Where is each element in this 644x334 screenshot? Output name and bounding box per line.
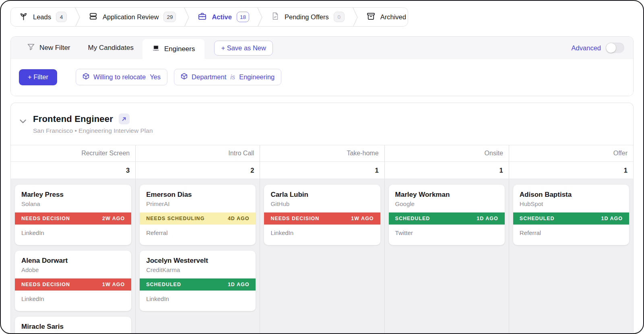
add-filter-button[interactable]: + Filter [19, 69, 57, 85]
candidate-name: Marley Press [15, 185, 131, 199]
candidate-source: Referral [513, 225, 629, 242]
status-label: NEEDS SCHEDULING [146, 216, 204, 221]
candidate-source: LinkedIn [264, 225, 380, 242]
candidate-company: GitHub [264, 199, 380, 207]
stage-count-badge: 18 [237, 12, 249, 22]
pipeline-stage-bar: Leads 4 Application Review 29 [10, 7, 408, 27]
laptop-icon [152, 45, 160, 54]
candidate-name: Miracle Saris [15, 317, 131, 331]
candidate-card[interactable]: Jocelyn Westervelt CreditKarma SCHEDULED… [140, 251, 256, 311]
candidate-card[interactable]: Marley Workman Google SCHEDULED 1D AGO T… [389, 185, 505, 245]
candidate-card[interactable]: Miracle Saris [15, 317, 131, 334]
status-badge: NEEDS DECISION 2W AGO [15, 212, 131, 225]
toggle-knob [606, 43, 616, 53]
filter-chip-department[interactable]: Department is Engineering [174, 69, 281, 85]
stage-separator-chevron [353, 8, 358, 27]
column-header: Take-home [260, 145, 384, 161]
pipeline-stage-archived[interactable]: Archived 124 [358, 8, 408, 26]
status-time: 1W AGO [102, 282, 125, 287]
column-count: 1 [260, 162, 384, 179]
candidate-source: LinkedIn [140, 291, 256, 308]
candidate-name: Carla Lubin [264, 185, 380, 199]
candidate-name: Jocelyn Westervelt [140, 251, 256, 265]
chevron-down-icon[interactable] [18, 116, 28, 126]
candidate-company: Solana [15, 199, 131, 207]
candidate-card[interactable]: Carla Lubin GitHub NEEDS DECISION 1W AGO… [264, 185, 380, 245]
stage-label: Active [212, 13, 232, 21]
funnel-icon [27, 43, 35, 53]
save-as-new-button[interactable]: + Save as New [214, 41, 272, 56]
lane-offer: Adison Baptista HubSpot SCHEDULED 1D AGO… [509, 179, 633, 334]
stage-label: Archived [380, 13, 406, 21]
tab-label: My Candidates [88, 44, 134, 52]
candidate-name: Alena Dorwart [15, 251, 131, 265]
status-time: 1D AGO [228, 282, 249, 287]
pipeline-stage-active[interactable]: Active 18 [190, 8, 257, 26]
tab-engineers[interactable]: Engineers [142, 39, 205, 59]
tab-label: New Filter [39, 44, 70, 52]
job-title: Frontend Engineer [33, 114, 113, 124]
candidate-company: HubSpot [513, 199, 629, 207]
stage-separator-chevron [257, 8, 263, 27]
pipeline-stage-leads[interactable]: Leads 4 [11, 8, 75, 26]
column-count: 1 [509, 162, 633, 179]
status-label: NEEDS DECISION [21, 282, 70, 287]
stack-icon [89, 12, 98, 23]
tab-label: Engineers [164, 45, 195, 53]
stage-label: Application Review [103, 13, 159, 21]
candidate-card[interactable]: Marley Press Solana NEEDS DECISION 2W AG… [15, 185, 131, 245]
stage-count-badge: 0 [334, 12, 345, 22]
stage-separator-chevron [75, 8, 80, 27]
lane-take-home: Carla Lubin GitHub NEEDS DECISION 1W AGO… [260, 179, 384, 334]
sprout-icon [19, 12, 28, 23]
tab-my-candidates[interactable]: My Candidates [79, 37, 142, 59]
status-badge: SCHEDULED 1D AGO [389, 212, 505, 225]
candidate-card[interactable]: Alena Dorwart Adobe NEEDS DECISION 1W AG… [15, 251, 131, 311]
candidate-name: Marley Workman [389, 185, 505, 199]
lane-intro-call: Emerson Dias PrimerAI NEEDS SCHEDULING 4… [135, 179, 260, 334]
filter-chips-row: + Filter Willing to relocate Yes [11, 59, 633, 96]
pipeline-stage-pending-offers[interactable]: Pending Offers 0 [263, 8, 353, 26]
status-time: 1D AGO [601, 216, 623, 221]
tab-new-filter[interactable]: New Filter [18, 37, 79, 59]
advanced-label: Advanced [572, 44, 601, 52]
chip-field: Willing to relocate [93, 73, 146, 81]
candidate-company: Adobe [15, 265, 131, 273]
app-window: Leads 4 Application Review 29 [0, 0, 644, 334]
filter-tabs-row: New Filter My Candidates Engineers + Sav… [11, 37, 633, 59]
stage-count-badge: 29 [163, 12, 176, 22]
status-badge: NEEDS SCHEDULING 4D AGO [140, 212, 256, 225]
status-label: SCHEDULED [520, 216, 555, 221]
cube-icon [83, 73, 89, 81]
stage-label: Pending Offers [285, 13, 329, 21]
status-time: 2W AGO [102, 216, 125, 221]
lane-onsite: Marley Workman Google SCHEDULED 1D AGO T… [384, 179, 509, 334]
advanced-toggle[interactable] [606, 43, 624, 53]
candidate-source: Referral [140, 225, 256, 242]
status-badge: NEEDS DECISION 1W AGO [264, 212, 380, 225]
status-badge: NEEDS DECISION 1W AGO [15, 278, 131, 291]
job-meta: Frontend Engineer San Francisco • Engine… [33, 113, 153, 145]
pipeline-stage-application-review[interactable]: Application Review 29 [80, 8, 184, 26]
archive-icon [366, 12, 376, 23]
candidate-company: CreditKarma [140, 265, 256, 273]
briefcase-icon [198, 12, 207, 23]
column-header: Intro Call [135, 145, 260, 161]
job-board-panel: Frontend Engineer San Francisco • Engine… [10, 103, 634, 334]
candidate-company: PrimerAI [140, 199, 256, 207]
advanced-toggle-group: Advanced [572, 43, 624, 53]
candidate-source: LinkedIn [15, 225, 131, 242]
column-count-row: 3 2 1 1 1 [11, 162, 633, 179]
candidate-card[interactable]: Emerson Dias PrimerAI NEEDS SCHEDULING 4… [140, 185, 256, 245]
external-link-button[interactable] [119, 113, 130, 124]
chip-field: Department [192, 73, 226, 81]
status-label: SCHEDULED [146, 282, 181, 287]
job-subtitle: San Francisco • Engineering Interview Pl… [33, 127, 153, 134]
column-count: 1 [384, 162, 509, 179]
filter-chip-willing-to-relocate[interactable]: Willing to relocate Yes [76, 69, 167, 85]
document-icon [271, 12, 280, 22]
candidate-card[interactable]: Adison Baptista HubSpot SCHEDULED 1D AGO… [513, 185, 629, 245]
stage-label: Leads [33, 13, 51, 21]
status-label: NEEDS DECISION [270, 216, 319, 221]
column-count: 2 [135, 162, 260, 179]
